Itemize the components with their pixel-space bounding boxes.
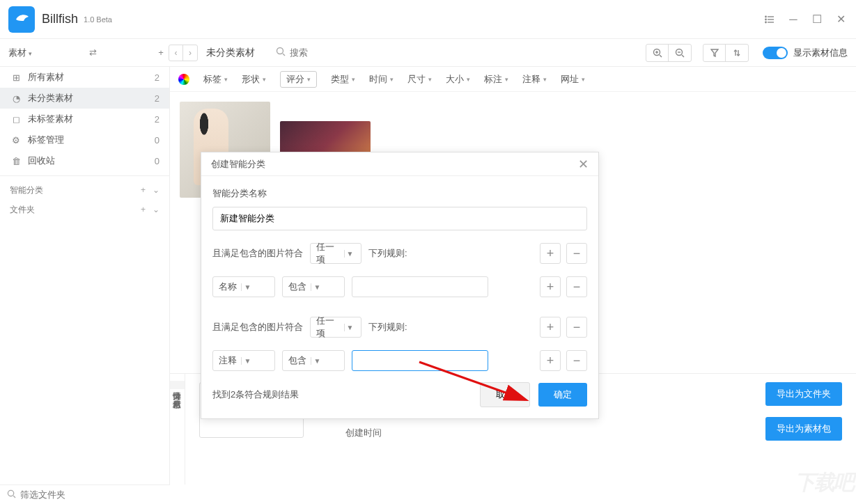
zoom-in-icon[interactable] [646, 45, 669, 61]
svg-point-6 [277, 48, 283, 54]
zoom-out-icon[interactable] [669, 45, 691, 61]
filter-icon[interactable] [703, 45, 726, 61]
filter-note[interactable]: 注释 [522, 73, 547, 86]
gear-icon: ⚙ [10, 135, 22, 145]
list-view-icon[interactable] [763, 13, 777, 26]
search-icon [276, 47, 286, 58]
name-input[interactable] [212, 207, 587, 230]
nav-arrows: ‹ › [169, 45, 198, 61]
sidebar-item-tags[interactable]: ⚙ 标签管理 0 [0, 129, 169, 150]
app-name: Billfish [42, 12, 78, 26]
titlebar: Billfish 1.0 Beta ─ ☐ ✕ [0, 0, 856, 39]
nav-forward[interactable]: › [183, 45, 197, 61]
search-input[interactable] [290, 47, 401, 58]
rule-add-button[interactable]: + [540, 350, 561, 371]
sidebar-item-untagged[interactable]: ◻ 未标签素材 2 [0, 109, 169, 129]
sidebar-item-all[interactable]: ⊞ 所有素材 2 [0, 67, 169, 88]
toolbar: 素材 ⇄ + ‹ › 未分类素材 显示素材信息 [0, 39, 856, 67]
filter-time[interactable]: 时间 [369, 73, 394, 86]
folder-filter-input[interactable] [20, 489, 137, 500]
section-folders[interactable]: 文件夹 +⌄ [0, 200, 169, 219]
sort-icon[interactable] [726, 45, 748, 61]
clock-icon: ◔ [10, 93, 22, 104]
nav-back[interactable]: ‹ [169, 45, 183, 61]
plus-icon[interactable]: + [141, 205, 146, 214]
cancel-button[interactable]: 取消 [480, 382, 530, 407]
filter-row: 标签 形状 评分 类型 时间 尺寸 大小 标注 注释 网址 [170, 67, 856, 92]
info-toggle[interactable] [763, 47, 788, 59]
meta-created: 创建时间 [345, 427, 382, 439]
svg-point-5 [765, 22, 766, 22]
rule2-value-input[interactable] [352, 350, 488, 371]
export-pack-button[interactable]: 导出为素材包 [765, 417, 842, 441]
grid-icon: ⊞ [10, 72, 22, 83]
svg-point-3 [765, 16, 766, 17]
search-box [276, 47, 401, 58]
filter-filesize[interactable]: 大小 [446, 73, 470, 86]
name-label: 智能分类名称 [212, 187, 587, 200]
export-folder-button[interactable]: 导出为文件夹 [765, 382, 842, 406]
svg-point-19 [8, 490, 13, 496]
bookmark-icon: ◻ [10, 114, 22, 125]
cond-select-2[interactable]: 任一项▼ [310, 317, 361, 338]
rule-remove-button[interactable]: − [566, 243, 587, 264]
filter-tag[interactable]: 标签 [203, 73, 228, 86]
sidebar-item-trash[interactable]: 🗑 回收站 0 [0, 150, 169, 171]
add-icon[interactable]: + [153, 45, 169, 61]
rule2-op-select[interactable]: 包含▼ [282, 350, 345, 371]
svg-line-20 [13, 496, 15, 498]
rule1-value-input[interactable] [352, 276, 488, 297]
cond-select-1[interactable]: 任一项▼ [310, 243, 361, 264]
breadcrumb: 未分类素材 [206, 47, 255, 59]
ok-button[interactable]: 确定 [538, 383, 587, 407]
filter-url[interactable]: 网址 [561, 73, 585, 86]
svg-line-7 [283, 54, 285, 56]
rule-add-button[interactable]: + [540, 276, 561, 297]
search-icon [7, 489, 16, 501]
rule-remove-button[interactable]: − [566, 350, 587, 371]
rule-remove-button[interactable]: − [566, 276, 587, 297]
section-smart[interactable]: 智能分类 +⌄ [0, 180, 169, 200]
filter-mark[interactable]: 标注 [484, 73, 508, 86]
svg-line-14 [682, 55, 684, 57]
maximize-icon[interactable]: ☐ [810, 13, 824, 26]
filter-rating[interactable]: 评分 [280, 71, 317, 88]
svg-line-11 [660, 55, 662, 57]
minimize-icon[interactable]: ─ [786, 13, 800, 26]
app-logo [8, 6, 35, 33]
rule1-op-select[interactable]: 包含▼ [282, 276, 345, 297]
chevron-down-icon[interactable]: ⌄ [153, 185, 159, 195]
modal-title: 创建智能分类 [211, 158, 265, 171]
close-icon[interactable]: ✕ [834, 13, 848, 26]
chevron-down-icon[interactable]: ⌄ [153, 205, 159, 214]
plus-icon[interactable]: + [141, 185, 146, 195]
rule-remove-button[interactable]: − [566, 317, 587, 338]
result-count: 找到2条符合规则结果 [212, 388, 299, 401]
rule-add-button[interactable]: + [540, 317, 561, 338]
sidebar: ⊞ 所有素材 2 ◔ 未分类素材 2 ◻ 未标签素材 2 ⚙ 标签管理 0 🗑 … [0, 67, 170, 485]
rule1-field-select[interactable]: 名称▼ [212, 276, 275, 297]
color-filter-icon[interactable] [178, 74, 189, 85]
create-smart-category-modal: 创建智能分类 ✕ 智能分类名称 且满足包含的图片符合 任一项▼ 下列规则: + … [201, 152, 599, 419]
filter-type[interactable]: 类型 [331, 73, 355, 86]
svg-point-4 [765, 19, 766, 19]
tab-material-info[interactable]: 素材信息 [170, 389, 185, 397]
sidebar-title[interactable]: 素材 [8, 47, 32, 59]
rule-add-button[interactable]: + [540, 243, 561, 264]
filter-shape[interactable]: 形状 [242, 73, 266, 86]
info-toggle-label: 显示素材信息 [793, 47, 848, 59]
rule2-field-select[interactable]: 注释▼ [212, 350, 275, 371]
modal-close-icon[interactable]: ✕ [578, 157, 589, 172]
filter-size[interactable]: 尺寸 [407, 73, 432, 86]
app-version: 1.0 Beta [84, 15, 112, 24]
sidebar-item-uncategorized[interactable]: ◔ 未分类素材 2 [0, 88, 169, 109]
swap-icon[interactable]: ⇄ [85, 45, 100, 61]
trash-icon: 🗑 [10, 156, 22, 166]
sidebar-filter [0, 485, 170, 504]
tab-category-detail[interactable]: 分类详情 [170, 381, 185, 389]
